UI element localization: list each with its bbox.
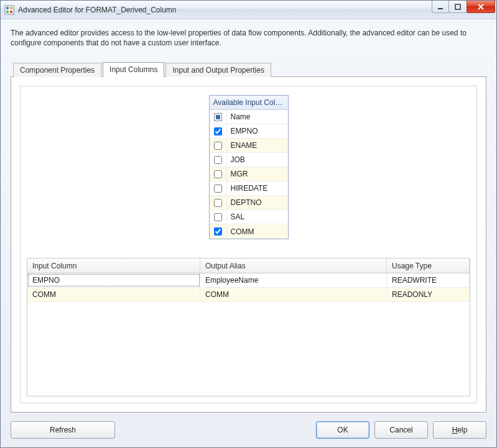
available-column-checkbox[interactable] <box>214 185 222 193</box>
available-column-checkbox[interactable] <box>214 142 222 150</box>
available-columns-name-header: Name <box>227 112 254 121</box>
grid-cell-alias[interactable]: COMM <box>200 288 387 301</box>
available-column-checkbox[interactable] <box>214 127 222 135</box>
available-columns-name-row: Name <box>210 110 288 124</box>
available-column-checkbox[interactable] <box>214 156 222 164</box>
available-column-row[interactable]: EMPNO <box>210 124 288 139</box>
app-icon <box>4 5 14 15</box>
table-row[interactable]: EMPNO EmployeeName READWRITE <box>27 273 470 288</box>
grid-header-usage-type[interactable]: Usage Type <box>387 258 470 273</box>
minimize-button[interactable] <box>432 1 449 13</box>
refresh-button[interactable]: Refresh <box>11 421 115 439</box>
grid-cell-usage[interactable]: READWRITE <box>387 273 470 287</box>
available-column-row[interactable]: HIREDATE <box>210 181 288 196</box>
svg-rect-4 <box>10 11 12 13</box>
inner-group: Available Input Colu... Name EMPNO <box>20 86 477 403</box>
dialog-description: The advanced editor provides access to t… <box>11 28 486 48</box>
tab-input-columns[interactable]: Input Columns <box>103 62 164 77</box>
available-column-label: JOB <box>227 155 249 164</box>
close-button[interactable] <box>467 1 495 13</box>
available-columns-area: Available Input Colu... Name EMPNO <box>27 93 470 258</box>
tab-component-properties[interactable]: Component Properties <box>13 63 101 77</box>
available-column-row[interactable]: JOB <box>210 153 288 167</box>
help-button-label-rest: elp <box>457 426 467 434</box>
available-column-checkbox[interactable] <box>214 170 222 178</box>
table-row[interactable]: COMM COMM READONLY <box>27 288 470 302</box>
tabs: Component Properties Input Columns Input… <box>11 62 486 76</box>
available-column-row[interactable]: SAL <box>210 210 288 224</box>
available-column-label: SAL <box>227 213 249 221</box>
available-column-label: MGR <box>227 170 252 178</box>
available-column-row[interactable]: ENAME <box>210 139 288 153</box>
dialog-body: The advanced editor provides access to t… <box>1 19 496 447</box>
svg-rect-5 <box>438 8 443 9</box>
available-column-label: EMPNO <box>227 127 262 135</box>
grid-cell-usage[interactable]: READONLY <box>387 288 470 301</box>
svg-rect-2 <box>10 7 12 9</box>
available-column-checkbox[interactable] <box>214 227 222 235</box>
window-controls <box>432 1 496 19</box>
available-column-label: HIREDATE <box>227 184 272 193</box>
selected-columns-grid[interactable]: Input Column Output Alias Usage Type EMP… <box>27 258 470 396</box>
svg-rect-1 <box>6 7 9 9</box>
dialog-buttons: Refresh OK Cancel Help <box>11 413 486 439</box>
available-column-checkbox[interactable] <box>214 213 222 221</box>
grid-header-row: Input Column Output Alias Usage Type <box>27 258 470 273</box>
window-title: Advanced Editor for FORMAT_Derived_Colum… <box>18 6 432 14</box>
available-column-label: DEPTNO <box>227 198 266 207</box>
grid-cell-input[interactable]: EMPNO <box>27 273 200 287</box>
cancel-button[interactable]: Cancel <box>374 421 428 439</box>
available-column-checkbox[interactable] <box>214 199 222 207</box>
available-column-row[interactable]: COMM <box>210 224 288 239</box>
grid-cell-input[interactable]: COMM <box>27 288 200 301</box>
tab-input-output-properties[interactable]: Input and Output Properties <box>165 63 271 77</box>
titlebar[interactable]: Advanced Editor for FORMAT_Derived_Colum… <box>1 1 496 19</box>
svg-rect-3 <box>6 11 9 13</box>
available-columns-header[interactable]: Available Input Colu... <box>210 96 288 110</box>
maximize-button[interactable] <box>448 1 467 13</box>
tab-panel-input-columns: Available Input Colu... Name EMPNO <box>11 76 486 413</box>
available-column-row[interactable]: DEPTNO <box>210 196 288 210</box>
available-column-label: ENAME <box>227 141 261 150</box>
ok-button[interactable]: OK <box>316 421 369 439</box>
available-columns-list: Available Input Colu... Name EMPNO <box>209 95 289 239</box>
help-button[interactable]: Help <box>433 421 486 439</box>
available-column-label: COMM <box>227 227 258 236</box>
grid-header-input-column[interactable]: Input Column <box>27 258 200 273</box>
available-column-row[interactable]: MGR <box>210 167 288 181</box>
spacer <box>120 421 311 439</box>
grid-header-output-alias[interactable]: Output Alias <box>200 258 387 273</box>
select-all-checkbox[interactable] <box>214 113 222 121</box>
grid-cell-alias[interactable]: EmployeeName <box>200 273 387 287</box>
dialog-window: Advanced Editor for FORMAT_Derived_Colum… <box>0 0 497 448</box>
svg-rect-6 <box>455 4 460 9</box>
